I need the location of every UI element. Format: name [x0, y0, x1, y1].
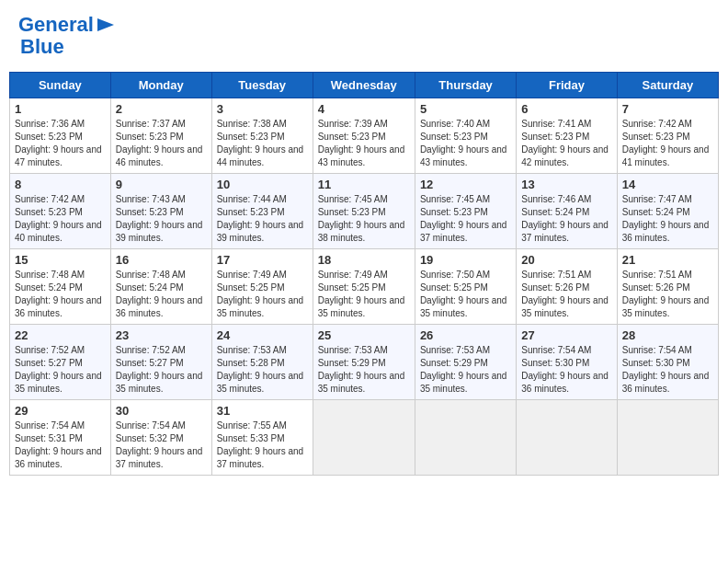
day-info: Sunrise: 7:53 AM Sunset: 5:29 PM Dayligh… — [420, 344, 511, 396]
calendar-cell: 7 Sunrise: 7:42 AM Sunset: 5:23 PM Dayli… — [617, 98, 718, 174]
calendar-cell: 16 Sunrise: 7:48 AM Sunset: 5:24 PM Dayl… — [110, 249, 211, 325]
day-number: 20 — [521, 253, 611, 267]
day-number: 13 — [521, 178, 611, 191]
day-number: 12 — [420, 178, 511, 191]
calendar-week-row: 8 Sunrise: 7:42 AM Sunset: 5:23 PM Dayli… — [10, 174, 719, 249]
day-info: Sunrise: 7:45 AM Sunset: 5:23 PM Dayligh… — [318, 193, 410, 245]
calendar-cell: 17 Sunrise: 7:49 AM Sunset: 5:25 PM Dayl… — [211, 249, 313, 325]
day-number: 21 — [622, 253, 713, 267]
day-info: Sunrise: 7:51 AM Sunset: 5:26 PM Dayligh… — [622, 269, 713, 320]
calendar-cell: 26 Sunrise: 7:53 AM Sunset: 5:29 PM Dayl… — [415, 325, 516, 400]
day-number: 4 — [318, 102, 410, 116]
day-info: Sunrise: 7:44 AM Sunset: 5:23 PM Dayligh… — [217, 193, 308, 245]
day-info: Sunrise: 7:54 AM Sunset: 5:30 PM Dayligh… — [622, 344, 713, 396]
day-info: Sunrise: 7:52 AM Sunset: 5:27 PM Dayligh… — [116, 344, 207, 396]
weekday-header-sunday: Sunday — [10, 73, 111, 98]
calendar-cell: 28 Sunrise: 7:54 AM Sunset: 5:30 PM Dayl… — [617, 325, 718, 400]
calendar-cell: 18 Sunrise: 7:49 AM Sunset: 5:25 PM Dayl… — [313, 249, 415, 325]
day-info: Sunrise: 7:49 AM Sunset: 5:25 PM Dayligh… — [217, 269, 308, 320]
day-number: 7 — [622, 102, 713, 116]
day-number: 25 — [318, 328, 410, 342]
day-number: 6 — [521, 102, 611, 116]
day-number: 30 — [116, 404, 207, 418]
calendar-cell: 22 Sunrise: 7:52 AM Sunset: 5:27 PM Dayl… — [10, 325, 111, 400]
day-info: Sunrise: 7:39 AM Sunset: 5:23 PM Dayligh… — [318, 118, 410, 169]
day-number: 22 — [15, 328, 106, 342]
day-number: 15 — [15, 253, 106, 267]
day-number: 29 — [15, 404, 106, 418]
logo: General Blue — [18, 14, 118, 58]
calendar-cell: 3 Sunrise: 7:38 AM Sunset: 5:23 PM Dayli… — [211, 98, 313, 174]
day-number: 9 — [116, 178, 207, 191]
day-number: 3 — [217, 102, 308, 116]
day-info: Sunrise: 7:36 AM Sunset: 5:23 PM Dayligh… — [15, 118, 106, 169]
calendar-cell: 23 Sunrise: 7:52 AM Sunset: 5:27 PM Dayl… — [110, 325, 211, 400]
day-info: Sunrise: 7:49 AM Sunset: 5:25 PM Dayligh… — [318, 269, 410, 320]
calendar-cell: 25 Sunrise: 7:53 AM Sunset: 5:29 PM Dayl… — [313, 325, 415, 400]
calendar-cell: 11 Sunrise: 7:45 AM Sunset: 5:23 PM Dayl… — [313, 174, 415, 249]
weekday-header-thursday: Thursday — [415, 73, 516, 98]
day-info: Sunrise: 7:53 AM Sunset: 5:28 PM Dayligh… — [217, 344, 308, 396]
calendar-cell: 10 Sunrise: 7:44 AM Sunset: 5:23 PM Dayl… — [211, 174, 313, 249]
calendar-week-row: 29 Sunrise: 7:54 AM Sunset: 5:31 PM Dayl… — [10, 400, 719, 476]
day-info: Sunrise: 7:46 AM Sunset: 5:24 PM Dayligh… — [521, 193, 611, 245]
calendar-cell: 30 Sunrise: 7:54 AM Sunset: 5:32 PM Dayl… — [110, 400, 211, 476]
day-info: Sunrise: 7:42 AM Sunset: 5:23 PM Dayligh… — [622, 118, 713, 169]
day-info: Sunrise: 7:41 AM Sunset: 5:23 PM Dayligh… — [521, 118, 611, 169]
calendar-cell: 5 Sunrise: 7:40 AM Sunset: 5:23 PM Dayli… — [415, 98, 516, 174]
day-info: Sunrise: 7:38 AM Sunset: 5:23 PM Dayligh… — [217, 118, 308, 169]
calendar-cell: 29 Sunrise: 7:54 AM Sunset: 5:31 PM Dayl… — [10, 400, 111, 476]
day-info: Sunrise: 7:52 AM Sunset: 5:27 PM Dayligh… — [15, 344, 106, 396]
day-number: 24 — [217, 328, 308, 342]
calendar-cell: 13 Sunrise: 7:46 AM Sunset: 5:24 PM Dayl… — [517, 174, 617, 249]
logo-text2: Blue — [20, 36, 64, 58]
day-info: Sunrise: 7:43 AM Sunset: 5:23 PM Dayligh… — [116, 193, 207, 245]
weekday-header-saturday: Saturday — [617, 73, 718, 98]
calendar-cell: 20 Sunrise: 7:51 AM Sunset: 5:26 PM Dayl… — [517, 249, 617, 325]
weekday-header-friday: Friday — [517, 73, 617, 98]
weekday-header-monday: Monday — [110, 73, 211, 98]
day-number: 11 — [318, 178, 410, 191]
day-info: Sunrise: 7:48 AM Sunset: 5:24 PM Dayligh… — [116, 269, 207, 320]
calendar-cell: 19 Sunrise: 7:50 AM Sunset: 5:25 PM Dayl… — [415, 249, 516, 325]
calendar-week-row: 15 Sunrise: 7:48 AM Sunset: 5:24 PM Dayl… — [10, 249, 719, 325]
calendar-cell: 21 Sunrise: 7:51 AM Sunset: 5:26 PM Dayl… — [617, 249, 718, 325]
calendar-cell — [517, 400, 617, 476]
day-info: Sunrise: 7:54 AM Sunset: 5:32 PM Dayligh… — [116, 419, 207, 471]
day-number: 23 — [116, 328, 207, 342]
header: General Blue — [9, 9, 719, 63]
weekday-header-wednesday: Wednesday — [313, 73, 415, 98]
calendar-cell — [617, 400, 718, 476]
day-info: Sunrise: 7:48 AM Sunset: 5:24 PM Dayligh… — [15, 269, 106, 320]
day-number: 1 — [15, 102, 106, 116]
day-info: Sunrise: 7:54 AM Sunset: 5:31 PM Dayligh… — [15, 419, 106, 471]
calendar-cell: 31 Sunrise: 7:55 AM Sunset: 5:33 PM Dayl… — [211, 400, 313, 476]
day-info: Sunrise: 7:51 AM Sunset: 5:26 PM Dayligh… — [521, 269, 611, 320]
svg-marker-0 — [97, 18, 114, 31]
day-number: 28 — [622, 328, 713, 342]
day-number: 26 — [420, 328, 511, 342]
calendar-cell: 9 Sunrise: 7:43 AM Sunset: 5:23 PM Dayli… — [110, 174, 211, 249]
calendar-table: SundayMondayTuesdayWednesdayThursdayFrid… — [9, 72, 719, 476]
calendar-cell: 14 Sunrise: 7:47 AM Sunset: 5:24 PM Dayl… — [617, 174, 718, 249]
day-info: Sunrise: 7:53 AM Sunset: 5:29 PM Dayligh… — [318, 344, 410, 396]
calendar-cell: 6 Sunrise: 7:41 AM Sunset: 5:23 PM Dayli… — [517, 98, 617, 174]
calendar-cell — [313, 400, 415, 476]
day-number: 31 — [217, 404, 308, 418]
day-number: 8 — [15, 178, 106, 191]
calendar-cell: 24 Sunrise: 7:53 AM Sunset: 5:28 PM Dayl… — [211, 325, 313, 400]
day-info: Sunrise: 7:45 AM Sunset: 5:23 PM Dayligh… — [420, 193, 511, 245]
calendar-cell: 27 Sunrise: 7:54 AM Sunset: 5:30 PM Dayl… — [517, 325, 617, 400]
calendar-cell: 4 Sunrise: 7:39 AM Sunset: 5:23 PM Dayli… — [313, 98, 415, 174]
day-number: 10 — [217, 178, 308, 191]
day-info: Sunrise: 7:55 AM Sunset: 5:33 PM Dayligh… — [217, 419, 308, 471]
calendar-week-row: 1 Sunrise: 7:36 AM Sunset: 5:23 PM Dayli… — [10, 98, 719, 174]
weekday-header-row: SundayMondayTuesdayWednesdayThursdayFrid… — [10, 73, 719, 98]
day-info: Sunrise: 7:50 AM Sunset: 5:25 PM Dayligh… — [420, 269, 511, 320]
day-info: Sunrise: 7:54 AM Sunset: 5:30 PM Dayligh… — [521, 344, 611, 396]
logo-text: General — [18, 14, 94, 36]
calendar-cell: 2 Sunrise: 7:37 AM Sunset: 5:23 PM Dayli… — [110, 98, 211, 174]
day-number: 2 — [116, 102, 207, 116]
calendar-cell: 15 Sunrise: 7:48 AM Sunset: 5:24 PM Dayl… — [10, 249, 111, 325]
day-number: 19 — [420, 253, 511, 267]
